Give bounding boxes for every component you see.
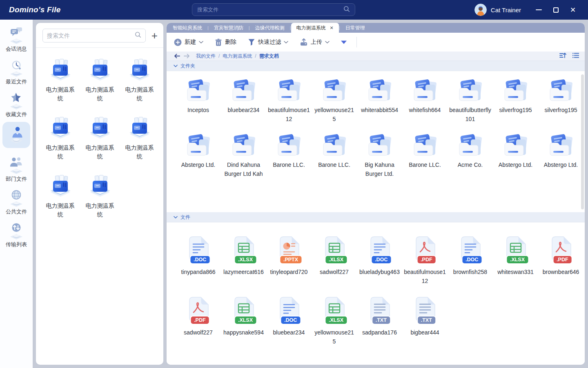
panel-folder-item[interactable]: 电力测温系统: [40, 117, 80, 161]
breadcrumb-item[interactable]: 电力测温系统: [223, 53, 252, 60]
folder-item[interactable]: Abstergo Ltd.: [538, 132, 584, 178]
breadcrumb-item[interactable]: 我的文件: [196, 53, 216, 60]
folder-list-panel: + 电力测温系统电力测温系统电力测温系统电力测温系统电力测温系统电力测温系统电力…: [36, 23, 163, 365]
view-tools: [559, 52, 579, 60]
tab-2[interactable]: 宜宾智慧消防: [209, 23, 249, 33]
sidebar-item-clock[interactable]: 最近文件: [0, 56, 33, 87]
storage-box-icon: [128, 117, 151, 140]
panel-folder-item[interactable]: 电力测温系统: [80, 175, 120, 219]
panel-folder-item[interactable]: 电力测温系统: [120, 58, 159, 103]
close-button[interactable]: ✕: [567, 4, 579, 16]
maximize-button[interactable]: [550, 4, 562, 16]
folders-section-header[interactable]: 文件夹: [167, 61, 585, 71]
avatar[interactable]: [474, 4, 487, 16]
file-ext-badge: .DOC: [371, 255, 392, 264]
file-item[interactable]: .DOCbrownfish258: [448, 236, 493, 285]
back-button[interactable]: [174, 54, 180, 58]
sidebar-item-transfer[interactable]: 传输列表: [0, 219, 33, 249]
file-ext-badge: .DOC: [461, 255, 482, 264]
panel-folder-item[interactable]: 电力测温系统: [40, 175, 80, 219]
quick-filter-button[interactable]: 快速过滤: [248, 38, 288, 46]
file-item[interactable]: .XLSXsadwolf227: [312, 236, 357, 285]
topbar: Domino's File Cat Trainer ✕: [0, 0, 588, 20]
panel-folder-item[interactable]: 电力测温系统: [40, 58, 80, 103]
sort-ascending-button[interactable]: [559, 52, 566, 60]
folder-item[interactable]: yellowmouse215: [312, 78, 357, 123]
sidebar-item-person[interactable]: [2, 122, 30, 148]
file-item[interactable]: .DOCbluebear234: [266, 296, 312, 346]
folder-item[interactable]: Acme Co.: [448, 132, 493, 178]
file-item[interactable]: .XLSXyellowmouse215: [312, 296, 357, 346]
panel-search-input[interactable]: [47, 32, 135, 39]
files-section-header[interactable]: 文件: [167, 212, 585, 222]
forward-button[interactable]: [184, 54, 190, 58]
folder-item[interactable]: Dind Kahuna Burger Ltd Kah: [221, 132, 266, 178]
tab-label: 日常管理: [345, 25, 365, 31]
folder-item[interactable]: bluebear234: [221, 78, 266, 123]
folder-item[interactable]: beautifulbutterfly101: [448, 78, 493, 123]
tab-3[interactable]: 边缘代理检测: [250, 23, 290, 33]
file-item[interactable]: .DOCtinypanda866: [176, 236, 221, 285]
breadcrumb-item[interactable]: 需求文档: [259, 53, 279, 60]
tab-4[interactable]: 电力测温系统✕: [291, 23, 339, 33]
vertical-scrollbar[interactable]: [581, 74, 584, 209]
new-button[interactable]: 新建: [174, 38, 203, 46]
file-item[interactable]: .PDFbeautifulmouse112: [402, 236, 448, 285]
sidebar-item-label: 公共文件: [6, 208, 27, 215]
folder-item[interactable]: Barone LLC.: [312, 132, 357, 178]
upload-button[interactable]: 上传: [300, 38, 330, 46]
panel-search[interactable]: [42, 29, 146, 43]
more-actions-button[interactable]: [341, 39, 347, 45]
folder-item[interactable]: Inceptos: [176, 78, 221, 123]
folder-item[interactable]: Abstergo Ltd.: [176, 132, 221, 178]
sidebar-item-people[interactable]: 部门文件: [0, 154, 33, 184]
tab-5[interactable]: 日常管理: [340, 23, 370, 33]
folder-item[interactable]: whiterabbit554: [357, 78, 402, 123]
folder-item[interactable]: Barone LLC.: [266, 132, 312, 178]
breadcrumb-separator: /: [218, 53, 220, 59]
file-item[interactable]: .XLSXhappysnake594: [221, 296, 266, 346]
folder-item[interactable]: Barone LLC.: [402, 132, 448, 178]
file-name: whiteswan331: [494, 267, 537, 276]
delete-button[interactable]: 删除: [215, 38, 236, 46]
close-tab-icon[interactable]: ✕: [330, 25, 334, 31]
folder-item[interactable]: beautifulmouse112: [266, 78, 312, 123]
panel-folder-item[interactable]: 电力测温系统: [80, 58, 120, 103]
folder-item[interactable]: whitefish664: [402, 78, 448, 123]
file-item[interactable]: .TXTbigbear444: [402, 296, 448, 346]
folder-item[interactable]: silverfrog195: [493, 78, 538, 123]
add-button[interactable]: +: [151, 30, 158, 41]
close-icon: ✕: [570, 7, 576, 13]
file-item[interactable]: .PPTXtinyleopard720: [266, 236, 312, 285]
panel-folder-name: 电力测温系统: [84, 144, 116, 161]
folder-item[interactable]: Big Kahuna Burger Ltd.: [357, 132, 402, 178]
file-item[interactable]: .PDFsadwolf227: [176, 296, 221, 346]
panel-folder-item[interactable]: 电力测温系统: [120, 117, 159, 161]
file-name: tinyleopard720: [268, 267, 310, 276]
sidebar-item-star[interactable]: 收藏文件: [0, 89, 33, 119]
file-icon-xlsx: .XLSX: [323, 296, 345, 322]
file-icon-txt: .TXT: [369, 296, 391, 322]
folder-item[interactable]: Abstergo Ltd.: [493, 132, 538, 178]
file-item[interactable]: .PDFbrownbear646: [538, 236, 584, 285]
minimize-button[interactable]: [532, 4, 545, 16]
folder-name: silverfrog195: [540, 105, 582, 114]
app-title: Domino's File: [9, 5, 60, 14]
sidebar-item-chat[interactable]: 会话消息: [0, 24, 33, 54]
file-item[interactable]: .DOCblueladybug463: [357, 236, 402, 285]
global-search[interactable]: [192, 3, 355, 16]
folder-name: Barone LLC.: [404, 160, 446, 169]
file-item[interactable]: .XLSXlazymeercat616: [221, 236, 266, 285]
list-view-button[interactable]: [572, 53, 579, 59]
global-search-input[interactable]: [197, 7, 343, 13]
tab-1[interactable]: 智能站房系统: [167, 23, 207, 33]
panel-folder-name: 电力测温系统: [124, 144, 156, 161]
file-name: sadpanda176: [359, 328, 401, 337]
panel-folder-item[interactable]: 电力测温系统: [80, 117, 120, 161]
panel-folder-name: 电力测温系统: [84, 202, 116, 219]
sidebar-item-globe[interactable]: 公共文件: [0, 186, 33, 217]
folder-item[interactable]: silverfrog195: [538, 78, 584, 123]
folder-icon: [367, 78, 393, 103]
file-item[interactable]: .TXTsadpanda176: [357, 296, 402, 346]
file-item[interactable]: .XLSXwhiteswan331: [493, 236, 538, 285]
